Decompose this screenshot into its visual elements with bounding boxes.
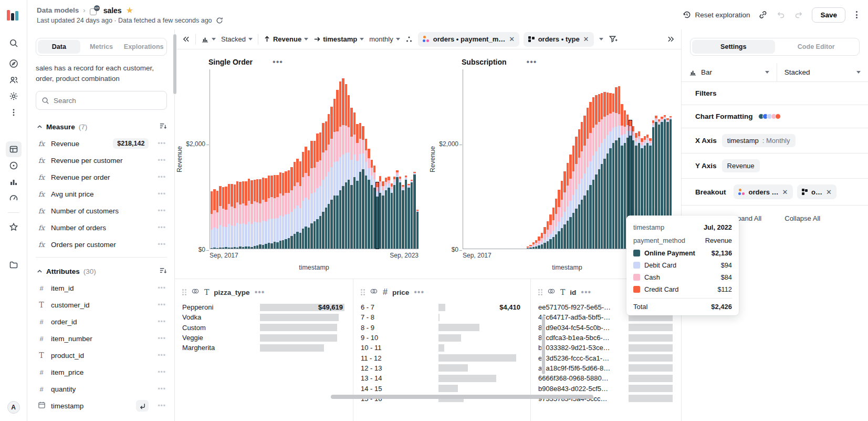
bar[interactable] (339, 81, 341, 249)
row-menu-icon[interactable]: ••• (158, 368, 166, 376)
bar[interactable] (256, 179, 258, 249)
bar[interactable] (601, 93, 603, 249)
bar[interactable] (228, 184, 230, 249)
measure-row-number-of-customers[interactable]: fxNumber of customers••• (36, 202, 167, 219)
attribute-row-quantity[interactable]: #quantity••• (36, 381, 167, 397)
tab-data[interactable]: Data (38, 40, 80, 54)
summary-row[interactable]: 8ed9e034-fc54-5c0b-… (538, 323, 673, 333)
bar[interactable] (345, 84, 347, 249)
bar[interactable] (624, 110, 626, 249)
summary-row[interactable]: 7 - 8 (361, 312, 522, 322)
bar[interactable] (245, 181, 247, 249)
chart-menu-icon[interactable]: ••• (527, 57, 537, 67)
bar[interactable] (274, 175, 276, 249)
attribute-row-item_id[interactable]: #item_id••• (36, 280, 167, 296)
row-menu-icon[interactable]: ••• (158, 207, 166, 214)
bar[interactable] (555, 199, 557, 249)
bar[interactable] (396, 170, 398, 249)
bar[interactable] (621, 104, 623, 249)
chart-type-dropdown[interactable] (201, 35, 216, 43)
bar[interactable] (239, 182, 241, 249)
bar[interactable] (325, 121, 327, 249)
row-menu-icon[interactable]: ••• (158, 224, 166, 231)
bar[interactable] (592, 97, 594, 249)
bar[interactable] (353, 112, 355, 249)
stack-mode-dropdown[interactable]: Stacked (777, 63, 868, 81)
drag-handle-icon[interactable] (361, 289, 365, 295)
bar[interactable] (254, 180, 256, 249)
column-menu-icon[interactable]: ••• (255, 287, 265, 297)
bar[interactable] (615, 87, 617, 249)
panel-tab-code-editor[interactable]: Code Editor (775, 40, 858, 54)
attribute-row-timestamp[interactable]: timestamp••• (36, 397, 167, 414)
expand-right-icon[interactable] (667, 35, 675, 43)
measure-row-orders-per-customer[interactable]: fxOrders per customer••• (36, 236, 167, 253)
overflow-menu-icon[interactable] (854, 9, 860, 20)
bar[interactable] (234, 184, 236, 249)
bar[interactable] (250, 180, 253, 249)
summary-row[interactable]: 6666f368-0968-5880… (538, 373, 673, 383)
measure-row-number-of-orders[interactable]: fxNumber of orders••• (36, 219, 167, 236)
bar[interactable] (299, 161, 301, 249)
chart-formatting-section[interactable]: Chart Formatting (682, 105, 868, 128)
bar[interactable] (296, 159, 298, 249)
filter-add-icon[interactable] (609, 35, 618, 44)
bar[interactable] (362, 126, 364, 249)
bar[interactable] (350, 108, 352, 249)
bar[interactable] (413, 172, 415, 249)
row-menu-icon[interactable]: ••• (158, 241, 166, 248)
bar[interactable] (535, 240, 537, 249)
bar[interactable] (288, 170, 290, 249)
bar[interactable] (259, 179, 261, 249)
bar[interactable] (541, 233, 543, 249)
bar[interactable] (411, 180, 413, 249)
row-menu-icon[interactable]: ••• (158, 140, 166, 147)
summary-row[interactable]: 11 - 12 (361, 353, 522, 363)
gauge-icon[interactable] (6, 190, 22, 206)
bar[interactable] (313, 141, 316, 249)
row-menu-icon[interactable]: ••• (158, 301, 166, 309)
bar[interactable] (549, 214, 551, 249)
bar[interactable] (222, 187, 224, 249)
measure-section-header[interactable]: Measure (7) (36, 117, 167, 135)
bar[interactable] (583, 116, 585, 249)
breakout-chip-0[interactable]: orders • payment_m…✕ (418, 32, 519, 47)
granularity-dropdown[interactable]: monthly (369, 35, 400, 43)
remove-chip-icon[interactable]: ✕ (583, 35, 589, 43)
bar[interactable] (581, 122, 583, 249)
bar[interactable] (282, 173, 284, 249)
bar[interactable] (248, 179, 250, 249)
bar[interactable] (529, 245, 531, 249)
bar[interactable] (563, 171, 566, 249)
y-axis-field-chip[interactable]: Revenue (722, 159, 760, 172)
bar[interactable] (316, 134, 318, 249)
collapse-all-link[interactable]: Collapse All (785, 214, 820, 222)
bar[interactable] (578, 129, 580, 249)
breakout-section[interactable]: Breakout orders …✕o…✕ (682, 179, 868, 206)
sort-icon[interactable] (159, 122, 167, 131)
viz-type-dropdown[interactable]: Bar (682, 63, 777, 81)
search-input[interactable] (54, 97, 161, 105)
bar[interactable] (305, 147, 307, 249)
summary-row[interactable]: b908e843-d022-5cf5… (538, 383, 673, 393)
summary-column-header[interactable]: #price••• (361, 286, 522, 298)
bar[interactable] (330, 107, 332, 249)
sidebar-scrollbar[interactable] (173, 34, 177, 95)
star-icon[interactable] (6, 219, 22, 235)
data-model-tool-icon[interactable] (6, 141, 22, 157)
bar[interactable] (328, 114, 330, 249)
attribute-row-item_price[interactable]: #item_price••• (36, 364, 167, 381)
row-menu-icon[interactable]: ••• (158, 385, 166, 393)
drag-handle-icon[interactable] (182, 289, 186, 295)
summary-row[interactable]: Vodka (182, 312, 344, 322)
bar[interactable] (407, 184, 410, 249)
bar[interactable] (322, 123, 324, 249)
x-axis-assignment-icon[interactable] (136, 400, 149, 412)
row-menu-icon[interactable]: ••• (158, 157, 166, 164)
app-logo-icon[interactable] (7, 7, 20, 20)
measure-row-revenue[interactable]: fxRevenue$218,142••• (36, 135, 167, 152)
bar[interactable] (393, 177, 395, 249)
bar[interactable] (285, 171, 287, 249)
bar[interactable] (308, 150, 310, 249)
bar[interactable] (402, 185, 404, 249)
